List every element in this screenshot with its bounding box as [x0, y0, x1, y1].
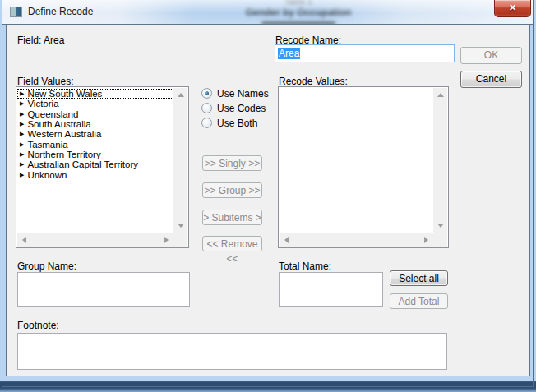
list-item-label: Western Australia	[27, 129, 101, 139]
triangle-bullet-icon: ▶	[20, 150, 24, 159]
radio-label: Use Names	[217, 88, 269, 99]
scroll-right-icon[interactable]	[424, 237, 428, 243]
total-name-input[interactable]	[279, 272, 383, 307]
background-window-title-line2: Gender by Occupation	[192, 7, 405, 18]
footnote-input[interactable]	[17, 333, 447, 370]
remove-button[interactable]: << Remove <<	[202, 236, 262, 251]
footnote-label: Footnote:	[17, 320, 59, 331]
scroll-up-icon[interactable]	[437, 93, 444, 97]
triangle-bullet-icon: ▶	[20, 159, 24, 169]
recode-values-listbox[interactable]	[278, 86, 449, 248]
triangle-bullet-icon: ▶	[20, 129, 24, 139]
text-selection: Area	[278, 48, 300, 59]
singly-button[interactable]: >> Singly >>	[202, 155, 262, 171]
radio-use-codes[interactable]: Use Codes	[201, 102, 266, 114]
scroll-down-icon[interactable]	[437, 224, 444, 228]
total-name-label: Total Name:	[279, 261, 331, 272]
list-item[interactable]: ▶Tasmania	[17, 139, 173, 149]
background-window-title: Table 1 Gender by Occupation	[192, 0, 405, 25]
radio-label: Use Both	[217, 118, 257, 129]
scroll-up-icon[interactable]	[178, 93, 184, 97]
list-item[interactable]: ▶Western Australia	[17, 129, 173, 139]
list-item[interactable]: ▶Unknown	[17, 169, 173, 179]
vertical-scrollbar[interactable]	[173, 88, 187, 233]
list-item[interactable]: ▶South Australia	[17, 119, 173, 129]
list-item-label: Australian Capital Territory	[27, 159, 138, 169]
radio-selected-icon	[201, 88, 212, 99]
select-all-button[interactable]: Select all	[390, 270, 448, 286]
radio-use-both[interactable]: Use Both	[201, 117, 257, 129]
subitems-button[interactable]: > Subitems >	[202, 210, 262, 225]
triangle-bullet-icon: ▶	[20, 109, 24, 119]
background-window-title-line1: Table 1	[192, 0, 405, 6]
client-area: Field: Area Recode Name: Area OK Cancel …	[6, 25, 530, 376]
group-name-label: Group Name:	[17, 261, 76, 272]
scrollbar-corner	[173, 233, 187, 247]
radio-icon	[201, 103, 212, 113]
triangle-bullet-icon: ▶	[20, 140, 24, 150]
ok-button[interactable]: OK	[460, 47, 522, 64]
list-item[interactable]: ▶Northern Territory	[17, 150, 173, 159]
field-values-listbox[interactable]: ▶New South Wales ▶Victoria ▶Queensland ▶…	[16, 86, 189, 248]
list-item-label: Northern Territory	[27, 150, 100, 159]
add-total-button[interactable]: Add Total	[390, 293, 448, 309]
scroll-right-icon[interactable]	[164, 237, 169, 243]
list-item-label: Victoria	[27, 99, 58, 108]
field-values-label: Field Values:	[17, 76, 73, 87]
field-label: Field: Area	[17, 35, 64, 46]
list-item-label: South Australia	[27, 119, 90, 129]
horizontal-scrollbar[interactable]	[17, 233, 173, 247]
list-item[interactable]: ▶Queensland	[17, 109, 173, 119]
close-icon: ✕	[509, 2, 516, 12]
list-item-label: Tasmania	[27, 140, 67, 150]
scroll-down-icon[interactable]	[178, 224, 184, 228]
list-item[interactable]: ▶Australian Capital Territory	[17, 159, 173, 169]
recode-name-input[interactable]: Area	[275, 44, 455, 62]
app-icon	[10, 7, 22, 17]
list-item-label: New South Wales	[27, 89, 102, 99]
triangle-bullet-icon: ▶	[20, 99, 24, 108]
scroll-left-icon[interactable]	[22, 237, 26, 243]
vertical-scrollbar[interactable]	[433, 88, 447, 233]
triangle-bullet-icon: ▶	[20, 170, 24, 180]
scrollbar-corner	[433, 233, 447, 247]
list-item-label: Queensland	[27, 109, 78, 119]
close-button[interactable]: ✕	[494, 0, 531, 17]
title-bar: Table 1 Gender by Occupation Define Reco…	[2, 0, 533, 25]
radio-icon	[201, 118, 212, 128]
list-item[interactable]: ▶New South Wales	[17, 89, 173, 99]
radio-use-names[interactable]: Use Names	[201, 87, 269, 99]
triangle-bullet-icon: ▶	[20, 89, 24, 99]
group-name-input[interactable]	[17, 272, 190, 307]
cancel-button[interactable]: Cancel	[460, 71, 522, 88]
recode-values-list	[280, 88, 433, 233]
scroll-left-icon[interactable]	[284, 237, 289, 243]
horizontal-scrollbar[interactable]	[280, 233, 433, 247]
field-values-list: ▶New South Wales ▶Victoria ▶Queensland ▶…	[17, 88, 173, 233]
recode-values-label: Recode Values:	[279, 76, 348, 87]
radio-label: Use Codes	[217, 103, 266, 114]
list-item-label: Unknown	[27, 170, 67, 180]
dialog-title: Define Recode	[28, 6, 93, 17]
dialog-window: Table 1 Gender by Occupation Define Reco…	[0, 0, 536, 392]
triangle-bullet-icon: ▶	[20, 119, 24, 129]
list-item[interactable]: ▶Victoria	[17, 99, 173, 108]
group-button[interactable]: >> Group >>	[202, 182, 262, 198]
